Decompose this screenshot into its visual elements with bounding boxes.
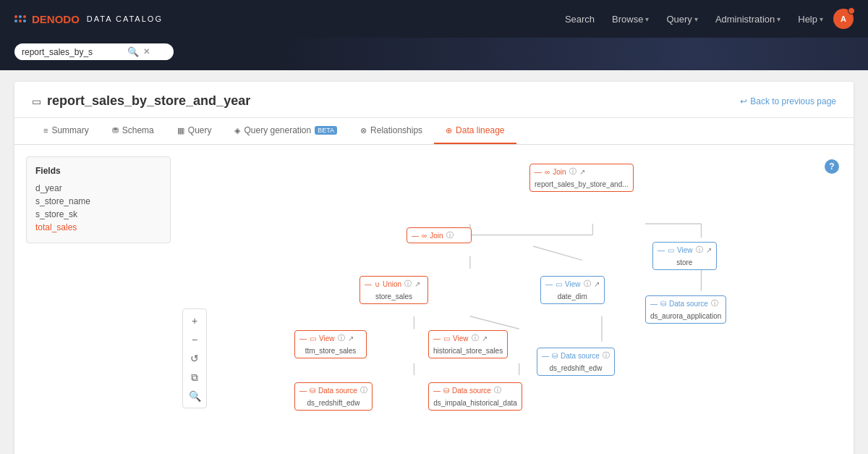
node-datasource-impala-header: — ⛁ Data source ⓘ (429, 383, 522, 398)
ttm-link[interactable]: ↗ (348, 335, 354, 342)
node-datasource-aurora-body: ds_aurora_application (646, 311, 726, 323)
node-view-historical-body: historical_store_sales (429, 345, 507, 358)
search-bar-row: 🔍 ✕ (0, 38, 868, 70)
hist-dash: — (433, 335, 441, 342)
tab-data-lineage[interactable]: ⊕ Data lineage (434, 118, 516, 144)
query-gen-icon: ◈ (234, 126, 240, 135)
svg-line-5 (533, 246, 582, 260)
node-datasource-impala: — ⛁ Data source ⓘ ds_impala_historical_d… (428, 382, 522, 411)
impala-label: Data source (452, 387, 491, 395)
tab-summary[interactable]: ≡ Summary (32, 118, 101, 144)
page-container: ▭ report_sales_by_store_and_year ↩ Back … (14, 82, 854, 454)
zoom-out-button[interactable]: − (186, 331, 203, 348)
union-icon: ∪ (375, 280, 380, 288)
back-icon: ↩ (740, 96, 747, 106)
logo-dots (14, 15, 26, 22)
hist-link[interactable]: ↗ (482, 335, 488, 342)
nav-help[interactable]: Help ▾ (791, 9, 830, 29)
hist-info[interactable]: ⓘ (472, 333, 479, 343)
field-s-store-sk[interactable]: s_store_sk (35, 208, 161, 221)
node-join-mid-header: — ∞ Join ⓘ (407, 228, 471, 243)
aurora-dash: — (650, 300, 658, 308)
dot (14, 15, 17, 18)
node-join-top: — ∞ Join ⓘ ↗ report_sales_by_store_and..… (529, 164, 634, 192)
view-store-label: View (677, 246, 693, 254)
impala-info[interactable]: ⓘ (494, 385, 501, 395)
page-header: ▭ report_sales_by_store_and_year ↩ Back … (14, 82, 854, 118)
search-input[interactable] (22, 47, 123, 57)
view-date-info[interactable]: ⓘ (584, 279, 591, 289)
aurora-info[interactable]: ⓘ (711, 298, 718, 308)
rs2-label: Data source (318, 387, 357, 395)
chevron-down-icon: ▾ (694, 15, 698, 23)
search-in-diagram-button[interactable]: 🔍 (186, 387, 203, 405)
nav-administration[interactable]: Administration ▾ (708, 9, 788, 29)
view-store-icon: ▭ (668, 246, 674, 254)
back-link[interactable]: ↩ Back to previous page (740, 96, 836, 115)
tab-query[interactable]: ▦ Query (166, 118, 224, 144)
join-icon: — (535, 168, 542, 176)
union-link[interactable]: ↗ (414, 280, 420, 288)
field-total-sales[interactable]: total_sales (35, 221, 161, 234)
zoom-in-button[interactable]: + (186, 312, 203, 329)
search-input-wrap[interactable]: 🔍 ✕ (14, 43, 174, 60)
field-s-store-name[interactable]: s_store_name (35, 195, 161, 208)
hist-label: View (453, 335, 469, 342)
chevron-down-icon: ▾ (777, 15, 780, 23)
infinity-icon: ∞ (545, 168, 550, 176)
fit-button[interactable]: ⧉ (186, 369, 203, 386)
search-icon[interactable]: 🔍 (127, 46, 139, 57)
union-info[interactable]: ⓘ (404, 279, 412, 289)
rs1-dash: — (542, 352, 549, 360)
node-view-historical-header: — ▭ View ⓘ ↗ (429, 331, 507, 345)
nav-menu: Search Browse ▾ Query ▾ Administration ▾… (558, 9, 854, 29)
brand-logo: denodo DATA CATALOG (14, 13, 163, 25)
diagram-area: ? (182, 156, 842, 423)
clear-search-button[interactable]: ✕ (143, 47, 150, 56)
info-icon[interactable]: ⓘ (569, 167, 576, 177)
view-store-info[interactable]: ⓘ (696, 245, 703, 255)
nav-query[interactable]: Query ▾ (659, 9, 705, 29)
tab-schema[interactable]: ⛃ Schema (101, 118, 166, 144)
nav-help-label: Help (798, 14, 817, 25)
node-datasource-redshift1-header: — ⛁ Data source ⓘ (537, 348, 614, 363)
view-date-link[interactable]: ↗ (594, 280, 600, 288)
node-view-ttm-body: ttm_store_sales (295, 345, 366, 358)
field-d-year[interactable]: d_year (35, 182, 161, 195)
external-link-icon[interactable]: ↗ (579, 168, 585, 176)
rs1-db-icon: ⛁ (552, 352, 558, 360)
back-link-text: Back to previous page (750, 96, 836, 106)
join-mid-icon: — (412, 232, 419, 240)
rs2-info[interactable]: ⓘ (360, 385, 367, 395)
impala-db-icon: ⛁ (443, 387, 449, 395)
nav-browse[interactable]: Browse ▾ (605, 9, 656, 29)
view-icon: ▭ (32, 96, 41, 107)
beta-badge: BETA (315, 126, 337, 135)
view-date-label: View (565, 280, 581, 288)
node-datasource-aurora: — ⛁ Data source ⓘ ds_aurora_application (645, 295, 726, 324)
notification-badge (848, 7, 855, 14)
view-store-link[interactable]: ↗ (706, 246, 712, 254)
view-store-dash: — (658, 246, 665, 254)
rs1-info[interactable]: ⓘ (603, 350, 610, 361)
dot (14, 20, 17, 22)
refresh-button[interactable]: ↺ (186, 350, 203, 367)
nav-search[interactable]: Search (558, 9, 602, 29)
node-view-date-header: — ▭ View ⓘ ↗ (541, 277, 604, 291)
ttm-info[interactable]: ⓘ (338, 333, 345, 343)
node-datasource-redshift2: — ⛁ Data source ⓘ ds_redshift_edw (294, 382, 373, 411)
user-avatar[interactable]: A (833, 9, 854, 29)
chevron-down-icon: ▾ (645, 15, 649, 23)
tab-query-generation[interactable]: ◈ Query generation BETA (223, 118, 349, 144)
infinity-mid-icon: ∞ (422, 232, 427, 240)
join-label: Join (553, 168, 566, 176)
node-view-store-header: — ▭ View ⓘ ↗ (653, 243, 716, 257)
fields-title: Fields (35, 166, 161, 176)
svg-line-7 (470, 316, 519, 329)
avatar-initials: A (841, 14, 846, 23)
tab-relationships[interactable]: ⊗ Relationships (349, 118, 434, 144)
ttm-label: View (319, 335, 335, 342)
help-button[interactable]: ? (825, 159, 839, 174)
node-join-mid: — ∞ Join ⓘ (407, 227, 472, 243)
info-mid-icon[interactable]: ⓘ (446, 230, 454, 240)
